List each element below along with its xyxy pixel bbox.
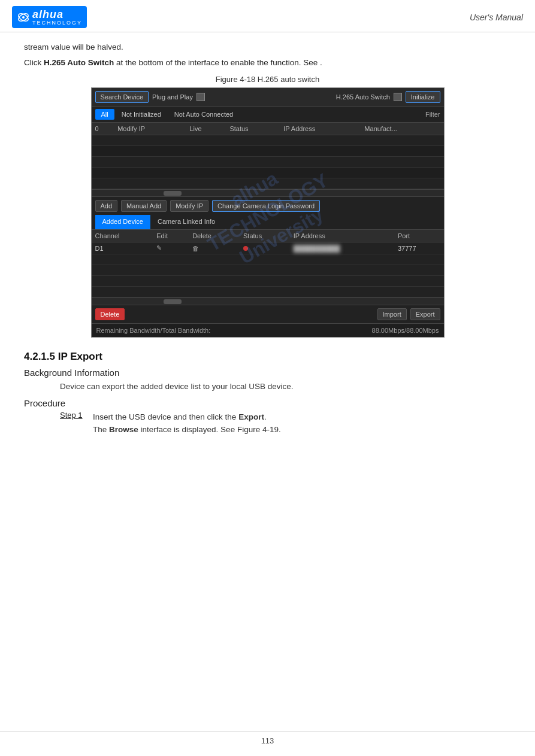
intro-line1: stream value will be halved. [24,41,511,54]
added-device-row [92,287,444,297]
dvr-toolbar: Search Device Plug and Play H.265 Auto S… [92,88,444,107]
added-device-row [92,276,444,287]
filter-tab-not-auto-connected[interactable]: Not Auto Connected [168,109,239,120]
added-col-port: Port [394,230,444,242]
added-ip: ██████████ [290,242,394,254]
added-scrollbar-thumb[interactable] [164,299,182,304]
logo-area: alhua TECHNOLOGY [12,6,87,28]
filter-tab-all[interactable]: All [95,109,114,120]
table-row [92,135,444,146]
step-1-line2-suffix: interface is displayed. See Figure 4-19. [138,425,281,434]
background-info-heading: Background Information [24,368,511,378]
dvr-footer: Remaining Bandwidth/Total Bandwidth: 88.… [92,323,444,337]
dvr-screenshot: alhuaTECHNOLOGYUniversity Search Device … [91,87,445,338]
add-button[interactable]: Add [95,200,118,212]
step-1-suffix: . [264,412,267,421]
export-button[interactable]: Export [410,308,440,320]
col-manufacturer: Manufact... [361,123,443,135]
plug-play-checkbox[interactable] [197,93,205,101]
table-row [92,178,444,189]
logo-text: alhua [32,8,82,21]
page-number: 113 [261,736,274,745]
added-port: 37777 [394,242,444,254]
added-delete-icon[interactable]: 🗑 [189,242,240,254]
table-row [92,146,444,157]
bandwidth-value: 88.00Mbps/88.00Mbps [372,327,439,334]
import-button[interactable]: Import [377,308,407,320]
scrollbar-thumb[interactable] [164,191,182,196]
added-device-table: Channel Edit Delete Status IP Address Po… [92,230,444,297]
table-row [92,168,444,178]
col-status: Status [226,123,280,135]
col-live: Live [186,123,226,135]
step-1-row: Step 1 Insert the USB device and then cl… [60,411,511,436]
added-col-edit: Edit [153,230,189,242]
plug-play-label: Plug and Play [152,93,193,101]
added-col-ip: IP Address [290,230,394,242]
browse-bold: Browse [109,425,138,434]
manual-add-button[interactable]: Manual Add [121,200,167,212]
added-scrollbar-row[interactable] [92,297,444,305]
page-footer: 113 [0,731,535,745]
device-table-area: 0 Modify IP Live Status IP Address Manuf… [92,123,444,189]
added-device-row [92,254,444,265]
intro-suffix: at the bottom of the interface to enable… [114,58,322,67]
tab-added-device[interactable]: Added Device [95,215,151,229]
search-device-button[interactable]: Search Device [95,91,149,103]
step-1-line1: Insert the USB device and then click the… [93,411,281,424]
added-device-table-area: Channel Edit Delete Status IP Address Po… [92,230,444,297]
added-device-row [92,265,444,276]
added-col-status: Status [240,230,290,242]
h265-bold: H.265 Auto Switch [44,58,114,67]
action-row: Add Manual Add Modify IP Change Camera L… [92,196,444,215]
tab-camera-linked-info[interactable]: Camera Linked Info [150,215,222,229]
export-bold: Export [238,412,264,421]
logo-box: alhua TECHNOLOGY [12,6,87,28]
procedure-heading: Procedure [24,398,511,408]
h265-label: H.265 Auto Switch [336,93,390,101]
section-heading-425: 4.2.1.5 IP Export [24,351,511,363]
added-edit[interactable]: ✎ [153,242,189,254]
bottom-buttons-row: Delete Import Export [92,305,444,323]
figure-caption: Figure 4-18 H.265 auto switch [24,75,511,84]
background-info-text: Device can export the added device list … [60,380,511,393]
added-device-row: D1 ✎ 🗑 ██████████ 37777 [92,242,444,254]
delete-button[interactable]: Delete [95,308,125,320]
svg-point-2 [22,16,25,19]
bandwidth-label: Remaining Bandwidth/Total Bandwidth: [96,327,211,334]
modify-ip-button[interactable]: Modify IP [170,200,208,212]
added-col-delete: Delete [189,230,240,242]
col-modify-ip: Modify IP [114,123,186,135]
manual-title: User's Manual [470,13,523,22]
scrollbar-row[interactable] [92,189,444,196]
col-num: 0 [92,123,114,135]
step-1-label: Step 1 [60,411,93,436]
step-1-line2: The Browse interface is displayed. See F… [93,423,281,436]
intro-line2: Click H.265 Auto Switch at the bottom of… [24,56,511,69]
change-camera-login-password-button[interactable]: Change Camera Login Password [212,200,320,212]
filter-label: Filter [425,111,440,118]
page-header: alhua TECHNOLOGY User's Manual [0,0,535,32]
logo-icon [17,11,30,24]
col-ip-address: IP Address [280,123,361,135]
device-table: 0 Modify IP Live Status IP Address Manuf… [92,123,444,189]
table-row [92,157,444,168]
added-col-channel: Channel [92,230,153,242]
h265-checkbox[interactable] [394,93,402,101]
page-content: stream value will be halved. Click H.265… [0,32,535,456]
added-status [240,242,290,254]
logo-sub: TECHNOLOGY [32,20,82,26]
added-channel: D1 [92,242,153,254]
dvr-tab-row: Added Device Camera Linked Info [92,215,444,230]
filter-tab-not-initialized[interactable]: Not Initialized [116,109,167,120]
initialize-button[interactable]: Initialize [406,91,440,103]
filter-row: All Not Initialized Not Auto Connected F… [92,107,444,123]
